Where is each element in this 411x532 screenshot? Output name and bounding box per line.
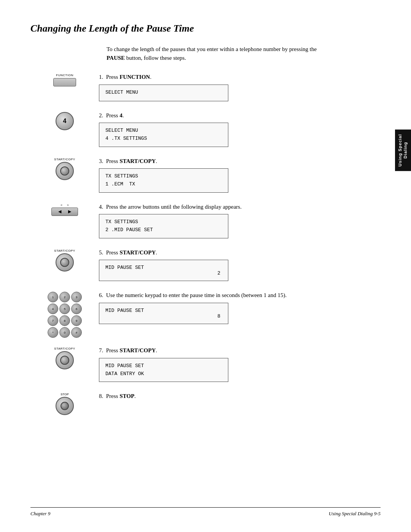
step-7-display-line1: MID PAUSE SET xyxy=(105,362,222,370)
intro-bold: PAUSE xyxy=(107,55,125,61)
keypad-key-7: 7 xyxy=(48,315,58,326)
step-6-display-value: 8 xyxy=(217,313,223,321)
start-copy-circle-3 xyxy=(56,162,74,180)
step-6-display: MID PAUSE SET 8 xyxy=(99,303,228,324)
step-4-text: 4. Press the arrow buttons until the fol… xyxy=(99,203,381,211)
step-3-row: START/COPY 3. Press START/COPY. TX SETTI… xyxy=(30,157,381,194)
step-2-row: 4 2. Press 4. SELECT MENU 4 .TX SETTINGS xyxy=(30,111,381,149)
step-5-text: 5. Press START/COPY. xyxy=(99,248,381,257)
keypad-key-4: 4 xyxy=(48,304,58,314)
footer-left: Chapter 9 xyxy=(30,511,50,517)
step-3-icon: START/COPY xyxy=(30,157,99,180)
step-1-display: SELECT MENU xyxy=(99,85,228,101)
step-2-display: SELECT MENU 4 .TX SETTINGS xyxy=(99,123,228,147)
step-7-icon: START/COPY xyxy=(30,346,99,369)
keypad-key-5: 5 xyxy=(59,304,70,314)
intro-text: To change the length of the pauses that … xyxy=(107,45,327,62)
step-3-display: TX SETTINGS 1 .ECM TX xyxy=(99,168,228,193)
stop-label: STOP xyxy=(61,393,69,396)
keypad-key-0: 0 xyxy=(59,327,70,338)
start-copy-label-7: START/COPY xyxy=(54,347,75,350)
step-2-display-line1: SELECT MENU xyxy=(105,127,222,135)
keypad-key-2: 2 xyxy=(59,292,70,302)
step-5-display-line1: MID PAUSE SET xyxy=(105,264,222,272)
step-6-content: 6. Use the numeric keypad to enter the p… xyxy=(99,291,381,326)
page-title: Changing the Length of the Pause Time xyxy=(30,23,381,34)
step-3-text: 3. Press START/COPY. xyxy=(99,157,381,166)
side-tab-line1: Using Special xyxy=(398,134,402,166)
step-8-row: STOP 8. Press STOP. xyxy=(30,392,381,415)
step-5-row: START/COPY 5. Press START/COPY. MID PAUS… xyxy=(30,248,381,283)
number-4-button-icon: 4 xyxy=(56,112,74,130)
start-copy-circle-7 xyxy=(56,351,74,369)
step-7-display: MID PAUSE SET DATA ENTRY OK xyxy=(99,358,228,382)
step-7-row: START/COPY 7. Press START/COPY. MID PAUS… xyxy=(30,346,381,383)
step-7-content: 7. Press START/COPY. MID PAUSE SET DATA … xyxy=(99,346,381,383)
step-6-icon: 123456789*0# xyxy=(30,291,99,338)
step-6-text: 6. Use the numeric keypad to enter the p… xyxy=(99,291,381,300)
start-copy-inner-7 xyxy=(60,356,69,365)
arrow-rect: ◀ ▶ xyxy=(51,208,78,216)
step-7-display-line2: DATA ENTRY OK xyxy=(105,370,222,378)
step-4-icon: <> ◀ ▶ xyxy=(30,203,99,216)
arrow-label: <> xyxy=(61,203,68,207)
step-2-icon: 4 xyxy=(30,111,99,130)
keypad-key-8: 8 xyxy=(59,315,70,326)
keypad-key-#: # xyxy=(71,327,82,338)
step-4-display-line2: 2 .MID PAUSE SET xyxy=(105,226,222,234)
stop-inner xyxy=(61,402,69,410)
step-5-display-value: 2 xyxy=(217,270,223,278)
step-5-display: MID PAUSE SET 2 xyxy=(99,260,228,281)
keypad-icon: 123456789*0# xyxy=(48,292,82,338)
keypad-key-9: 9 xyxy=(71,315,82,326)
start-copy-button-icon-5: START/COPY xyxy=(54,249,75,272)
step-1-content: 1. Press FUNCTION. SELECT MENU xyxy=(99,73,381,103)
step-2-display-line2: 4 .TX SETTINGS xyxy=(105,135,222,143)
function-label: FUNCTION xyxy=(56,73,73,77)
step-4-content: 4. Press the arrow buttons until the fol… xyxy=(99,203,381,240)
step-2-content: 2. Press 4. SELECT MENU 4 .TX SETTINGS xyxy=(99,111,381,149)
keypad-key-*: * xyxy=(48,327,58,338)
start-copy-inner-5 xyxy=(60,258,69,267)
arrow-button-icon: <> ◀ ▶ xyxy=(51,203,78,216)
keypad-key-1: 1 xyxy=(48,292,58,302)
step-7-text: 7. Press START/COPY. xyxy=(99,346,381,355)
step-3-content: 3. Press START/COPY. TX SETTINGS 1 .ECM … xyxy=(99,157,381,194)
step-4-display-line1: TX SETTINGS xyxy=(105,218,222,226)
step-4-row: <> ◀ ▶ 4. Press the arrow buttons until … xyxy=(30,203,381,240)
page-container: Using Special Dialing Changing the Lengt… xyxy=(0,0,411,532)
step-5-content: 5. Press START/COPY. MID PAUSE SET 2 xyxy=(99,248,381,283)
function-button-icon: FUNCTION xyxy=(53,73,76,86)
step-8-content: 8. Press STOP. xyxy=(99,392,381,404)
keypad-key-3: 3 xyxy=(71,292,82,302)
step-6-display-line1: MID PAUSE SET xyxy=(105,307,222,315)
step-1-row: FUNCTION 1. Press FUNCTION. SELECT MENU xyxy=(30,73,381,103)
step-4-display: TX SETTINGS 2 .MID PAUSE SET xyxy=(99,214,228,238)
start-copy-button-icon-3: START/COPY xyxy=(54,158,75,180)
step-1-text: 1. Press FUNCTION. xyxy=(99,73,381,81)
step-1-display-line1: SELECT MENU xyxy=(105,89,222,97)
keypad-key-6: 6 xyxy=(71,304,82,314)
start-copy-button-icon-7: START/COPY xyxy=(54,347,75,369)
step-6-row: 123456789*0# 6. Use the numeric keypad t… xyxy=(30,291,381,338)
start-copy-inner-3 xyxy=(60,166,69,176)
footer-right: Using Special Dialing 9-5 xyxy=(329,511,381,517)
start-copy-label-3: START/COPY xyxy=(54,158,75,161)
page-footer: Chapter 9 Using Special Dialing 9-5 xyxy=(30,507,381,517)
start-copy-label-5: START/COPY xyxy=(54,249,75,252)
step-8-icon: STOP xyxy=(30,392,99,415)
side-tab: Using Special Dialing xyxy=(395,129,411,171)
side-tab-line2: Dialing xyxy=(403,142,408,159)
step-3-display-line1: TX SETTINGS xyxy=(105,173,222,181)
step-2-text: 2. Press 4. xyxy=(99,111,381,120)
start-copy-circle-5 xyxy=(56,253,74,272)
stop-button-icon: STOP xyxy=(56,393,74,415)
step-3-display-line2: 1 .ECM TX xyxy=(105,181,222,189)
stop-circle xyxy=(56,397,74,415)
function-btn-rect xyxy=(53,78,76,86)
step-5-icon: START/COPY xyxy=(30,248,99,272)
step-8-text: 8. Press STOP. xyxy=(99,392,381,401)
step-1-icon: FUNCTION xyxy=(30,73,99,86)
